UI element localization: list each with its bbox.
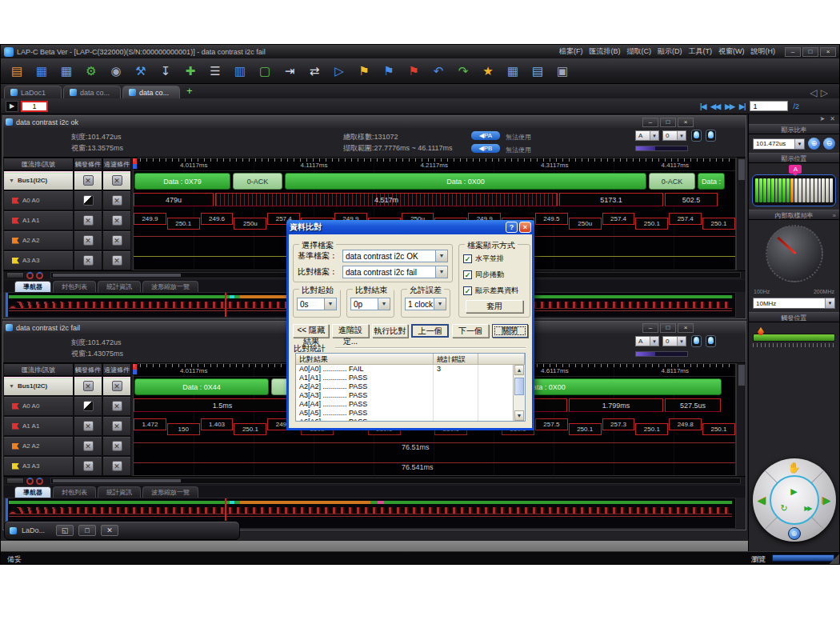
count-column-header[interactable]: 統計錯誤 — [434, 354, 478, 365]
toolbar-icon[interactable]: ⚑ — [379, 62, 398, 81]
child-minimize-button[interactable]: – — [642, 323, 658, 333]
zoom-out-icon[interactable]: ⊖ — [823, 138, 835, 150]
last-page-button[interactable]: ▶| — [739, 102, 745, 110]
display-ratio-select[interactable]: 101.472us▼ — [753, 138, 805, 150]
bottom-tab[interactable]: 統計資訊 — [98, 486, 141, 498]
toolbar-icon[interactable]: ▷ — [330, 62, 349, 81]
toolbar-icon[interactable]: ◉ — [106, 62, 126, 81]
maximize-button[interactable]: □ — [802, 47, 818, 57]
filter-setting-icon[interactable]: ✕ — [112, 215, 122, 226]
dialog-button[interactable]: 進階設定... — [332, 324, 368, 338]
filter-setting-icon[interactable]: ✕ — [112, 441, 122, 451]
checkbox-icon[interactable]: ✓ — [463, 286, 472, 295]
toolbar-icon[interactable]: ⇥ — [280, 62, 299, 81]
document-tab[interactable]: data co... — [122, 86, 180, 98]
toolbar-icon[interactable]: ▦ — [57, 62, 76, 81]
document-tab[interactable]: data co... — [63, 86, 121, 98]
scroll-thumb[interactable] — [6, 272, 24, 278]
toolbar-icon[interactable]: ↶ — [429, 62, 448, 81]
rotate-left-icon[interactable] — [26, 478, 34, 485]
filter-setting-icon[interactable]: ✕ — [112, 195, 122, 206]
base-file-combo[interactable]: data contrast i2c OK▼ — [342, 250, 448, 262]
minimize-button[interactable]: – — [785, 47, 801, 57]
column-header-trigger[interactable]: 觸發條件 — [74, 158, 102, 170]
active-page-icon[interactable]: ▶ — [6, 101, 18, 112]
signal-row[interactable]: A0 A0 ✕ ✕ — [3, 396, 131, 416]
filter-setting-icon[interactable]: ✕ — [112, 381, 122, 391]
trigger-setting-icon[interactable]: ✕ — [83, 255, 94, 266]
trigger-position-slider[interactable] — [753, 327, 835, 348]
scroll-thumb[interactable] — [514, 378, 524, 395]
filter-setting-icon[interactable]: ✕ — [112, 421, 122, 431]
dialog-button[interactable]: 上一個 — [411, 324, 449, 338]
navigator-overview-bar[interactable] — [9, 501, 732, 504]
cursor-select-a[interactable]: A▼ — [635, 336, 659, 346]
display-mode-checkbox[interactable]: ✓ 同步捲動 — [463, 270, 526, 280]
display-mode-checkbox[interactable]: ✓ 水平並排 — [463, 254, 526, 264]
active-page-box[interactable] — [21, 101, 48, 112]
page-number-input[interactable] — [750, 101, 788, 111]
bottom-tab[interactable]: 波形縮放一覽 — [142, 486, 198, 498]
compare-start-combo[interactable]: 0s▼ — [297, 298, 337, 310]
toolbar-icon[interactable]: ☰ — [206, 62, 225, 81]
bus-segment[interactable]: 0-ACK — [233, 173, 282, 190]
table-row[interactable]: A6[A6] ............ PASS — [296, 418, 513, 421]
pan-right-icon[interactable]: ▶ — [823, 494, 831, 506]
restore-button[interactable]: ◱ — [56, 525, 74, 536]
bus-segment[interactable]: 0-ACK — [649, 173, 695, 190]
navigator-cursor[interactable] — [225, 293, 226, 317]
signal-row[interactable]: A1 A1 ✕ ✕ — [3, 210, 131, 230]
signal-row[interactable]: A0 A0 ✕ ✕ — [3, 190, 131, 210]
toolbar-icon[interactable]: ↷ — [454, 62, 473, 81]
toolbar-icon[interactable]: ▦ — [32, 62, 51, 81]
fast-forward-icon[interactable]: ▶▶ — [804, 505, 810, 512]
toolbar-icon[interactable]: ▤ — [7, 62, 26, 81]
dialog-titlebar[interactable]: 資料比對 ? × — [286, 220, 534, 234]
tolerance-combo[interactable]: 1 clock▼ — [405, 298, 446, 310]
menu-item[interactable]: 顯示(D) — [658, 46, 682, 57]
cursor-select-0[interactable]: 0▼ — [662, 130, 686, 141]
rotate-left-icon[interactable] — [26, 272, 34, 279]
child-close-button[interactable]: × — [678, 118, 694, 127]
toolbar-icon[interactable]: ⚑ — [354, 62, 374, 81]
close-icon[interactable]: ✕ — [830, 115, 835, 124]
dialog-button[interactable]: << 隱藏結果 — [293, 324, 329, 338]
signal-row[interactable]: ▼Bus1(I2C) ✕ ✕ — [3, 376, 131, 396]
tab-scroll-right-icon[interactable]: ▷ — [821, 87, 828, 98]
minimized-window-bar[interactable]: LaDo... ◱ □ ✕ — [4, 521, 240, 540]
result-column-header[interactable]: 比對結果 — [296, 354, 434, 365]
child-close-button[interactable]: × — [678, 323, 694, 333]
filter-setting-icon[interactable]: ✕ — [112, 461, 122, 471]
toolbar-icon[interactable]: ▢ — [255, 62, 274, 81]
table-row[interactable]: A0[A0] ............ FAIL 3 — [296, 365, 513, 374]
trigger-setting-icon[interactable]: ✕ — [83, 421, 94, 431]
close-button[interactable]: ✕ — [101, 525, 118, 536]
trigger-setting-icon[interactable]: ✕ — [83, 401, 94, 411]
document-tab[interactable]: LaDoc1 — [4, 86, 62, 98]
signal-row[interactable]: A2 A2 ✕ ✕ — [3, 230, 131, 250]
bus-waveform-row[interactable]: Data : 0X790-ACKData : 0X000-ACKData : — [134, 171, 735, 191]
trigger-setting-icon[interactable]: ✕ — [83, 461, 94, 471]
toolbar-icon[interactable]: ↧ — [156, 62, 175, 81]
menu-item[interactable]: 說明(H) — [751, 46, 776, 57]
bus-segment[interactable]: Data : 0X00 — [285, 173, 646, 190]
cursor-select-0[interactable]: 0▼ — [662, 336, 686, 346]
a0-waveform-row[interactable]: 479u4.517m5173.1502.5 — [134, 191, 735, 211]
menu-item[interactable]: 視窗(W) — [718, 46, 745, 57]
dialog-button[interactable]: 下一個 — [452, 324, 488, 338]
scroll-up-icon[interactable]: ▲ — [514, 365, 524, 375]
table-scroll-bar[interactable]: ▲ ▼ — [513, 365, 525, 421]
display-mode-checkbox[interactable]: ✓ 顯示差異資料 — [463, 286, 526, 296]
slider-track[interactable] — [753, 334, 835, 342]
dialog-button[interactable]: 執行比對 — [372, 324, 408, 338]
filter-setting-icon[interactable]: ✕ — [112, 401, 122, 411]
signal-row[interactable]: A3 A3 ✕ ✕ — [3, 250, 131, 270]
rotate-right-icon[interactable] — [36, 272, 43, 279]
pin-icon[interactable]: ➤ — [820, 115, 826, 124]
toolbar-icon[interactable]: ⚑ — [404, 62, 423, 81]
globe-icon[interactable]: ⊕ — [788, 527, 801, 540]
hand-pan-icon[interactable]: ✋ — [787, 462, 800, 474]
column-header-filter[interactable]: 過濾條件 — [102, 363, 131, 376]
bottom-tab[interactable]: 波形縮放一覽 — [142, 281, 198, 292]
trigger-setting-icon[interactable]: ✕ — [83, 215, 94, 226]
